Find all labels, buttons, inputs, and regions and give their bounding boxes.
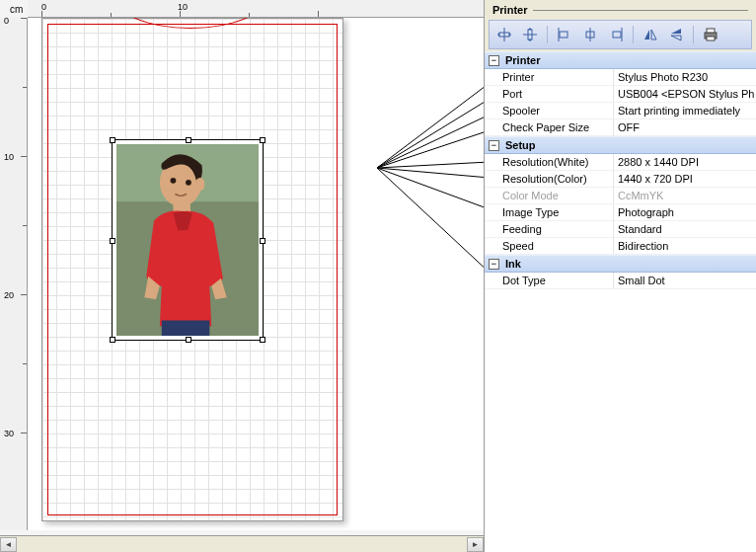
ruler-left-tick-0: 0 (4, 16, 9, 26)
prop-label: Resolution(Color) (485, 173, 613, 185)
prop-value[interactable]: Small Dot (613, 273, 756, 288)
align-right-icon (608, 27, 624, 42)
prop-label: Check Paper Size (485, 121, 613, 133)
prop-value[interactable]: Photograph (613, 204, 756, 220)
ruler-left-tick-20: 20 (4, 290, 14, 300)
selected-image-object[interactable] (112, 139, 264, 341)
prop-row[interactable]: Dot Type Small Dot (485, 273, 756, 289)
prop-value[interactable]: 2880 x 1440 DPI (613, 154, 756, 170)
canvas-area: cm 0 10 0 10 20 30 (0, 0, 484, 552)
prop-row: Color Mode CcMmYK (485, 188, 756, 204)
properties-panel: Printer − Pri (484, 0, 756, 552)
prop-value[interactable]: 1440 x 720 DPI (613, 171, 756, 187)
group-header-printer[interactable]: − Printer (485, 51, 756, 69)
ruler-left[interactable]: 0 10 20 30 (0, 18, 28, 530)
svg-point-4 (186, 180, 191, 186)
svg-rect-25 (613, 32, 621, 38)
mirror-h-icon (643, 27, 658, 42)
scroll-track[interactable] (17, 537, 467, 552)
prop-label: Dot Type (485, 275, 613, 286)
prop-value: CcMmYK (613, 188, 756, 203)
align-center-icon (582, 27, 598, 42)
align-right-button[interactable] (605, 24, 627, 45)
ruler-unit-label: cm (10, 4, 23, 15)
prop-row[interactable]: Image Type Photograph (485, 204, 756, 221)
group-header-setup[interactable]: − Setup (485, 136, 756, 154)
prop-value[interactable]: Standard (613, 221, 756, 237)
ruler-top[interactable]: 0 10 (28, 0, 484, 18)
group-header-ink[interactable]: − Ink (485, 255, 756, 273)
collapse-icon[interactable]: − (489, 55, 499, 66)
property-grid: − Printer Printer Stylus Photo R230 Port… (485, 51, 756, 552)
align-left-button[interactable] (554, 24, 575, 45)
scroll-right-button[interactable]: ► (467, 537, 484, 552)
prop-value[interactable]: Start printing immediately (613, 103, 756, 118)
prop-row[interactable]: Feeding Standard (485, 221, 756, 238)
svg-rect-27 (707, 29, 715, 33)
prop-row[interactable]: Resolution(White) 2880 x 1440 DPI (485, 154, 756, 171)
group-name-printer: Printer (505, 54, 540, 66)
svg-line-13 (377, 168, 484, 178)
center-horizontal-button[interactable] (493, 24, 515, 45)
prop-label: Printer (485, 71, 613, 83)
prop-value[interactable]: Stylus Photo R230 (613, 69, 756, 85)
align-left-icon (557, 27, 572, 42)
svg-line-9 (377, 99, 484, 168)
svg-line-15 (377, 168, 484, 273)
prop-row[interactable]: Port USB004 <EPSON Stylus Ph (485, 86, 756, 103)
svg-rect-7 (162, 320, 210, 336)
page-viewport[interactable] (28, 18, 484, 530)
scroll-left-button[interactable]: ◄ (0, 537, 17, 552)
prop-label: Image Type (485, 206, 613, 218)
svg-line-8 (377, 83, 484, 168)
prop-label: Color Mode (485, 190, 613, 201)
prop-row[interactable]: Spooler Start printing immediately (485, 103, 756, 119)
horizontal-scrollbar[interactable]: ◄ ► (0, 535, 484, 552)
panel-title: Printer (492, 4, 527, 16)
svg-rect-21 (560, 32, 567, 38)
prop-value[interactable]: OFF (613, 119, 756, 135)
collapse-icon[interactable]: − (489, 259, 499, 270)
svg-line-11 (377, 130, 484, 168)
prop-row[interactable]: Resolution(Color) 1440 x 720 DPI (485, 171, 756, 188)
group-name-ink: Ink (505, 258, 521, 270)
prop-value[interactable]: USB004 <EPSON Stylus Ph (613, 86, 756, 102)
prop-row[interactable]: Printer Stylus Photo R230 (485, 69, 756, 86)
center-vertical-button[interactable] (519, 24, 541, 45)
svg-rect-28 (707, 37, 715, 40)
print-icon (703, 27, 718, 42)
photo-content (116, 144, 259, 336)
ruler-left-tick-30: 30 (4, 429, 14, 438)
prop-label: Port (485, 88, 613, 100)
group-name-setup: Setup (505, 139, 536, 151)
prop-label: Speed (485, 240, 613, 252)
page (41, 18, 343, 521)
prop-row[interactable]: Speed Bidirection (485, 238, 756, 255)
svg-point-3 (171, 178, 177, 184)
prop-value[interactable]: Bidirection (613, 238, 756, 254)
svg-line-14 (377, 168, 484, 209)
prop-label: Resolution(White) (485, 156, 613, 168)
center-vertical-icon (522, 27, 538, 42)
mirror-horizontal-button[interactable] (640, 24, 661, 45)
prop-row[interactable]: Check Paper Size OFF (485, 119, 756, 136)
center-horizontal-icon (496, 27, 512, 42)
align-center-h-button[interactable] (579, 24, 601, 45)
ruler-left-tick-10: 10 (4, 152, 14, 162)
svg-line-10 (377, 115, 484, 168)
panel-toolbar (489, 20, 752, 49)
collapse-icon[interactable]: − (489, 140, 499, 151)
print-button[interactable] (700, 24, 721, 45)
svg-line-12 (377, 162, 484, 168)
prop-label: Feeding (485, 223, 613, 235)
mirror-vertical-button[interactable] (665, 24, 687, 45)
prop-label: Spooler (485, 105, 613, 117)
svg-point-5 (195, 178, 205, 192)
mirror-v-icon (668, 27, 684, 42)
